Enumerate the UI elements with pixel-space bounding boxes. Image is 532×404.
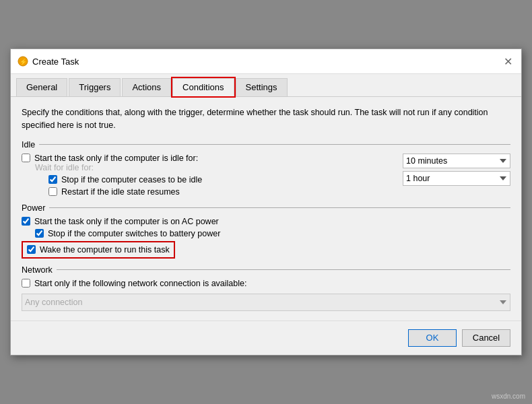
tabs-bar: General Triggers Actions Conditions Sett… — [11, 74, 521, 97]
ac-power-row: Start the task only if the computer is o… — [22, 217, 510, 226]
dialog-title: Create Task — [32, 57, 79, 67]
network-dropdown-wrapper: Any connection — [22, 291, 510, 311]
network-section-label: Network — [22, 265, 510, 275]
restart-idle-row: Restart if the idle state resumes — [22, 187, 403, 197]
wake-checkbox[interactable] — [27, 245, 36, 254]
power-section-label: Power — [22, 203, 510, 213]
description-text: Specify the conditions that, along with … — [22, 106, 510, 132]
idle-dropdowns: 10 minutes 1 minute 5 minutes 15 minutes… — [403, 154, 510, 186]
network-available-checkbox[interactable] — [22, 279, 30, 288]
battery-row: Stop if the computer switches to battery… — [22, 229, 510, 238]
idle-section-label: Idle — [22, 140, 510, 149]
close-button[interactable]: ✕ — [500, 53, 516, 69]
task-icon: ⚡ — [18, 56, 28, 67]
ac-power-checkbox[interactable] — [22, 217, 30, 226]
tab-actions[interactable]: Actions — [122, 78, 171, 96]
wait-idle-row: Wait for idle for: — [22, 163, 403, 172]
ok-button[interactable]: OK — [408, 329, 457, 347]
start-idle-label[interactable]: Start the task only if the computer is i… — [22, 154, 403, 163]
create-task-dialog: ⚡ Create Task ✕ General Triggers Actions… — [10, 48, 522, 356]
cancel-button[interactable]: Cancel — [462, 329, 510, 347]
svg-text:⚡: ⚡ — [20, 58, 28, 66]
ac-power-label[interactable]: Start the task only if the computer is o… — [22, 217, 510, 226]
tab-triggers[interactable]: Triggers — [69, 78, 121, 96]
battery-label[interactable]: Stop if the computer switches to battery… — [35, 229, 510, 238]
battery-checkbox[interactable] — [35, 229, 44, 238]
wake-highlight-box: Wake the computer to run this task — [22, 241, 175, 259]
idle-start-row: Start the task only if the computer is i… — [22, 154, 510, 199]
network-available-label[interactable]: Start only if the following network conn… — [22, 279, 510, 288]
wake-row-outer: Wake the computer to run this task — [22, 241, 510, 261]
tab-settings[interactable]: Settings — [236, 78, 288, 96]
titlebar-left: ⚡ Create Task — [18, 56, 79, 67]
dialog-footer: OK Cancel — [11, 321, 521, 355]
dialog-content: Specify the conditions that, along with … — [11, 97, 521, 321]
titlebar: ⚡ Create Task ✕ — [11, 49, 521, 74]
wait-idle-text: Wait for idle for: — [35, 163, 94, 172]
wait-idle-dropdown[interactable]: 1 hour 30 minutes 2 hours 4 hours — [403, 171, 510, 186]
restart-idle-checkbox[interactable] — [48, 187, 57, 196]
watermark: wsxdn.com — [492, 393, 525, 400]
restart-idle-label[interactable]: Restart if the idle state resumes — [48, 187, 403, 197]
network-available-row: Start only if the following network conn… — [22, 279, 510, 288]
network-connection-dropdown[interactable]: Any connection — [22, 294, 510, 311]
idle-duration-dropdown[interactable]: 10 minutes 1 minute 5 minutes 15 minutes… — [403, 154, 510, 168]
tab-general[interactable]: General — [16, 78, 67, 96]
tab-conditions[interactable]: Conditions — [172, 78, 234, 96]
wake-label: Wake the computer to run this task — [40, 245, 170, 255]
stop-idle-row: Stop if the computer ceases to be idle — [22, 175, 403, 184]
stop-idle-label[interactable]: Stop if the computer ceases to be idle — [48, 175, 403, 184]
idle-left: Start the task only if the computer is i… — [22, 154, 403, 199]
start-idle-checkbox[interactable] — [22, 154, 30, 162]
stop-idle-checkbox[interactable] — [48, 175, 57, 184]
